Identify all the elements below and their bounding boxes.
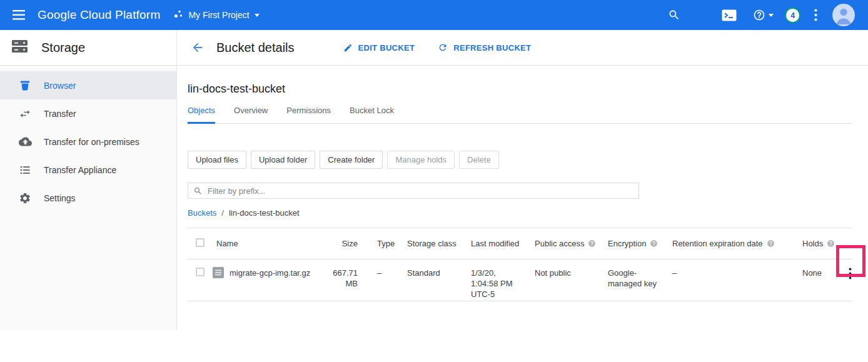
cloud-shell-icon[interactable] — [722, 9, 737, 21]
sidebar-item-browser[interactable]: Browser — [0, 71, 176, 99]
tab-bucket-lock[interactable]: Bucket Lock — [350, 106, 394, 124]
sidebar-item-label: Browser — [44, 81, 76, 91]
create-folder-button[interactable]: Create folder — [320, 151, 383, 169]
cloud-upload-icon — [18, 135, 33, 148]
object-public-access: Not public — [534, 268, 607, 278]
refresh-bucket-button[interactable]: REFRESH BUCKET — [438, 43, 531, 53]
select-all-checkbox[interactable] — [196, 238, 204, 247]
row-checkbox[interactable] — [196, 268, 204, 276]
column-header-holds: Holds — [802, 239, 835, 248]
caret-down-icon — [255, 14, 260, 17]
sidebar-item-label: Transfer — [44, 109, 76, 119]
edit-bucket-label: EDIT BUCKET — [358, 43, 415, 53]
project-logo-icon — [174, 9, 183, 21]
column-header-storage-class: Storage class — [406, 239, 470, 248]
column-header-public-access: Public access — [534, 239, 607, 248]
tab-permissions[interactable]: Permissions — [286, 106, 331, 124]
objects-table: Name Size Type Storage class Last modifi… — [188, 228, 852, 301]
object-size: 667.71 MB — [323, 268, 358, 289]
object-toolbar: Upload files Upload folder Create folder… — [188, 151, 852, 169]
caret-down-icon — [769, 14, 774, 17]
sidebar-item-transfer-appliance[interactable]: Transfer Appliance — [0, 156, 176, 184]
column-header-retention-expiration-date: Retention expiration date — [672, 239, 802, 248]
help-icon[interactable] — [767, 239, 775, 248]
table-row: migrate-gcp-img.tar.gz 667.71 MB – Stand… — [188, 259, 852, 301]
sidebar-item-label: Settings — [44, 193, 76, 203]
bucket-name-title: lin-docs-test-bucket — [188, 83, 852, 96]
help-icon[interactable] — [588, 239, 596, 248]
tab-objects[interactable]: Objects — [188, 106, 215, 124]
object-encryption: Google-managed key — [607, 268, 672, 289]
tab-overview[interactable]: Overview — [234, 106, 268, 124]
refresh-icon — [438, 43, 448, 53]
refresh-bucket-label: REFRESH BUCKET — [453, 43, 531, 53]
edit-bucket-button[interactable]: EDIT BUCKET — [343, 43, 415, 53]
main-content: lin-docs-test-bucket Objects Overview Pe… — [177, 66, 868, 301]
sidebar-item-transfer[interactable]: Transfer — [0, 99, 176, 128]
row-menu-button[interactable] — [849, 268, 852, 282]
column-header-encryption: Encryption — [607, 239, 672, 248]
delete-button: Delete — [459, 151, 499, 169]
filter-prefix-input[interactable] — [208, 186, 633, 196]
search-icon[interactable] — [668, 9, 680, 21]
column-header-type: Type — [358, 239, 406, 248]
table-header-row: Name Size Type Storage class Last modifi… — [188, 228, 852, 259]
column-header-last-modified: Last modified — [470, 239, 534, 248]
manage-holds-button: Manage holds — [387, 151, 455, 169]
avatar[interactable] — [832, 4, 855, 26]
breadcrumb-buckets-link[interactable]: Buckets — [188, 208, 216, 218]
column-header-name: Name — [213, 239, 323, 248]
storage-product-icon — [11, 39, 28, 56]
project-selector[interactable]: My First Project — [174, 9, 259, 21]
appliance-list-icon — [18, 164, 33, 176]
object-storage-class: Standard — [406, 268, 470, 278]
page-title: Bucket details — [216, 41, 295, 55]
help-icon[interactable] — [827, 239, 835, 248]
filter-box — [188, 183, 639, 199]
swap-arrows-icon — [18, 108, 33, 120]
sidebar-item-transfer-on-premises[interactable]: Transfer for on-premises — [0, 128, 176, 156]
menu-icon[interactable] — [11, 8, 26, 23]
sidebar-item-label: Transfer for on-premises — [44, 137, 139, 147]
back-button[interactable] — [191, 40, 206, 55]
breadcrumb-current: lin-docs-test-bucket — [229, 208, 300, 218]
object-type: – — [358, 268, 406, 278]
object-holds: None — [802, 268, 835, 278]
sidebar-item-label: Transfer Appliance — [44, 165, 116, 175]
top-app-bar: Google Cloud Platform My First Project 4 — [0, 0, 868, 30]
object-retention-expiration-date: – — [672, 268, 802, 278]
file-icon — [213, 267, 224, 278]
pencil-icon — [343, 43, 353, 53]
secondary-header: Storage Bucket details EDIT BUCKET REFRE… — [0, 30, 868, 66]
breadcrumb-separator: / — [221, 208, 224, 218]
page-header: Bucket details EDIT BUCKET REFRESH BUCKE… — [177, 30, 868, 65]
breadcrumb: Buckets / lin-docs-test-bucket — [188, 208, 852, 218]
app-brand[interactable]: Google Cloud Platform — [38, 8, 160, 22]
sidebar-nav: Browser Transfer Transfer for on-premise… — [0, 66, 177, 330]
product-header: Storage — [0, 30, 177, 65]
object-last-modified: 1/3/20, 1:04:58 PM UTC-5 — [470, 268, 534, 299]
more-options-icon[interactable] — [814, 9, 817, 21]
product-title: Storage — [41, 41, 85, 55]
tab-bar: Objects Overview Permissions Bucket Lock — [188, 106, 852, 124]
topbar-actions: 4 — [668, 4, 868, 26]
upload-files-button[interactable]: Upload files — [188, 151, 246, 169]
bucket-icon — [18, 79, 33, 92]
free-trial-badge[interactable]: 4 — [785, 8, 800, 23]
help-icon — [753, 9, 765, 21]
object-name[interactable]: migrate-gcp-img.tar.gz — [230, 268, 310, 278]
upload-folder-button[interactable]: Upload folder — [251, 151, 315, 169]
search-icon — [193, 186, 203, 196]
project-name: My First Project — [188, 10, 249, 20]
column-header-size: Size — [323, 239, 358, 248]
sidebar-item-settings[interactable]: Settings — [0, 184, 176, 212]
help-icon[interactable] — [650, 239, 658, 248]
gear-icon — [18, 192, 33, 204]
help-menu[interactable] — [753, 9, 774, 21]
